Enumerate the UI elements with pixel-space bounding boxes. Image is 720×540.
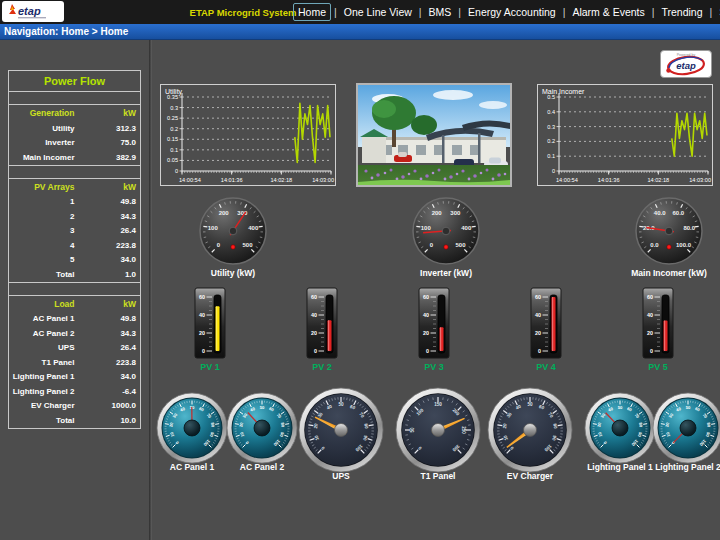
table-row: 4223.8 bbox=[9, 238, 140, 253]
svg-text:0: 0 bbox=[202, 348, 205, 354]
table-row: 149.8 bbox=[9, 195, 140, 210]
svg-text:14:00:54: 14:00:54 bbox=[179, 177, 201, 183]
svg-text:0: 0 bbox=[538, 348, 541, 354]
svg-text:0.1: 0.1 bbox=[547, 153, 555, 159]
svg-text:14:01:36: 14:01:36 bbox=[598, 177, 620, 183]
section-header: GenerationkW bbox=[9, 105, 140, 121]
svg-text:250: 250 bbox=[461, 426, 466, 434]
svg-text:0.15: 0.15 bbox=[167, 136, 178, 142]
section-header-label: Generation bbox=[9, 108, 75, 118]
row-label: EV Charger bbox=[9, 401, 75, 410]
svg-text:20: 20 bbox=[199, 330, 205, 336]
svg-text:200: 200 bbox=[432, 210, 443, 216]
svg-text:50: 50 bbox=[527, 402, 533, 407]
gauge-inverter-kw: 0100200300400500Inverter (kW) bbox=[391, 191, 501, 278]
menu-item-alarm-events[interactable]: Alarm & Events bbox=[568, 4, 648, 20]
gauge-led-indicator bbox=[667, 245, 671, 249]
table-row: Main Incomer382.9 bbox=[9, 150, 140, 165]
row-value: -6.4 bbox=[75, 387, 141, 396]
gauge-ups: 0102030405060708090100UPS bbox=[286, 386, 396, 481]
svg-text:60.0: 60.0 bbox=[672, 210, 684, 216]
svg-text:0.1: 0.1 bbox=[170, 147, 178, 153]
svg-text:0.3: 0.3 bbox=[547, 124, 555, 130]
svg-text:50: 50 bbox=[260, 405, 265, 410]
svg-text:60: 60 bbox=[199, 294, 205, 300]
svg-text:40: 40 bbox=[423, 312, 429, 318]
table-row: T1 Panel223.8 bbox=[9, 355, 140, 370]
app-window: etap ETAP Microgrid System Home|One Line… bbox=[0, 0, 720, 540]
table-spacer bbox=[9, 92, 140, 105]
gauge-title: Inverter (kW) bbox=[420, 268, 472, 278]
row-label: UPS bbox=[9, 343, 75, 352]
row-label: AC Panel 2 bbox=[9, 329, 75, 338]
svg-text:14:01:36: 14:01:36 bbox=[221, 177, 243, 183]
menu-item-one-line-view[interactable]: One Line View bbox=[340, 4, 416, 20]
row-value: 1000.0 bbox=[75, 401, 141, 410]
row-value: 34.0 bbox=[75, 255, 141, 264]
svg-text:0.4: 0.4 bbox=[547, 109, 555, 115]
gauge-title: EV Charger bbox=[507, 471, 553, 481]
svg-text:etap: etap bbox=[18, 5, 41, 17]
row-value: 49.8 bbox=[75, 197, 141, 206]
svg-text:150: 150 bbox=[434, 402, 442, 407]
row-value: 223.8 bbox=[75, 358, 141, 367]
svg-text:400: 400 bbox=[461, 225, 472, 231]
svg-text:0: 0 bbox=[314, 348, 317, 354]
bar-gauge-title: PV 3 bbox=[424, 362, 444, 372]
table-row: AC Panel 234.3 bbox=[9, 326, 140, 341]
row-label: Main Incomer bbox=[9, 153, 75, 162]
menu-item-home[interactable]: Home bbox=[293, 3, 331, 21]
breadcrumb: Navigation: Home > Home bbox=[4, 26, 128, 37]
row-label: Lighting Panel 2 bbox=[9, 387, 75, 396]
row-value: 382.9 bbox=[75, 153, 141, 162]
svg-text:40: 40 bbox=[647, 312, 653, 318]
table-row: Total1.0 bbox=[9, 267, 140, 282]
table-row: EV Charger1000.0 bbox=[9, 399, 140, 414]
svg-text:80.0: 80.0 bbox=[683, 225, 695, 231]
table-row: 326.4 bbox=[9, 224, 140, 239]
row-value: 26.4 bbox=[75, 226, 141, 235]
svg-text:0: 0 bbox=[650, 348, 653, 354]
menu-item-energy-accounting[interactable]: Energy Accounting bbox=[464, 4, 560, 20]
svg-text:40: 40 bbox=[311, 312, 317, 318]
svg-text:50: 50 bbox=[686, 405, 691, 410]
table-spacer bbox=[9, 166, 140, 179]
svg-text:500: 500 bbox=[455, 242, 466, 248]
menu-item-simulation[interactable]: Simulation bbox=[715, 4, 720, 20]
breadcrumb-bar: Navigation: Home > Home bbox=[0, 24, 720, 40]
svg-text:60: 60 bbox=[647, 294, 653, 300]
svg-text:14:03:00: 14:03:00 bbox=[312, 177, 334, 183]
svg-text:0: 0 bbox=[552, 168, 555, 174]
power-flow-title: Power Flow bbox=[9, 71, 140, 92]
svg-text:0.25: 0.25 bbox=[167, 115, 178, 121]
row-label: Total bbox=[9, 416, 75, 425]
row-label: 3 bbox=[9, 226, 75, 235]
menu-separator: | bbox=[419, 6, 422, 18]
menu-item-trending[interactable]: Trending bbox=[657, 4, 706, 20]
section-unit: kW bbox=[75, 299, 141, 309]
svg-text:0.35: 0.35 bbox=[167, 94, 178, 100]
svg-text:400: 400 bbox=[248, 225, 259, 231]
gauge-title: T1 Panel bbox=[421, 471, 456, 481]
bar-gauge-pv-5: 0204060PV 5 bbox=[628, 287, 688, 372]
row-label: 2 bbox=[9, 212, 75, 221]
svg-text:20: 20 bbox=[423, 330, 429, 336]
row-value: 34.0 bbox=[75, 372, 141, 381]
menu-item-bms[interactable]: BMS bbox=[425, 4, 456, 20]
svg-text:0.0: 0.0 bbox=[650, 242, 659, 248]
svg-text:60: 60 bbox=[423, 294, 429, 300]
svg-text:0.2: 0.2 bbox=[547, 138, 555, 144]
svg-text:40: 40 bbox=[199, 312, 205, 318]
svg-text:50: 50 bbox=[618, 405, 623, 410]
gauge-led-indicator bbox=[231, 245, 235, 249]
row-value: 26.4 bbox=[75, 343, 141, 352]
svg-text:20: 20 bbox=[311, 330, 317, 336]
section-header-label: PV Arrays bbox=[9, 182, 75, 192]
svg-text:0: 0 bbox=[175, 168, 178, 174]
section-unit: kW bbox=[75, 182, 141, 192]
bar-gauge-title: PV 2 bbox=[312, 362, 332, 372]
svg-text:100: 100 bbox=[208, 225, 219, 231]
gauge-title: Lighting Panel 2 bbox=[655, 462, 720, 472]
svg-text:0.2: 0.2 bbox=[170, 126, 178, 132]
section-generation: GenerationkWUtility312.3Inverter75.0Main… bbox=[9, 105, 140, 166]
